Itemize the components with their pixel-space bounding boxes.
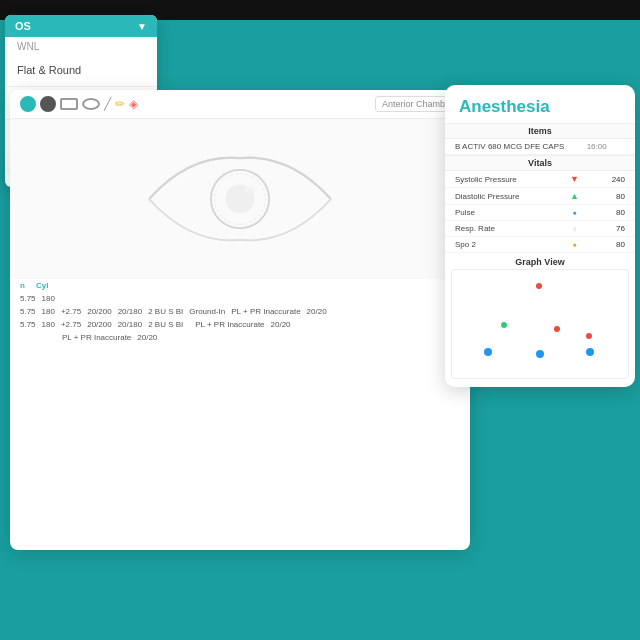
eye-svg — [140, 139, 340, 259]
anesthesia-item: B ACTIV 680 MCG DFE CAPS 16:00 — [445, 139, 635, 155]
orange-circle-icon: ● — [561, 241, 588, 248]
main-panel: ╱ ✏ ◈ Anterior Chamber n Cyl 5.75 1 — [10, 90, 470, 550]
eraser-tool[interactable]: ◈ — [129, 97, 138, 111]
vital-value: 80 — [588, 240, 625, 249]
color-picker-dark[interactable] — [40, 96, 56, 112]
whl-label-1: WNL — [5, 37, 157, 54]
vital-label: Pulse — [455, 208, 561, 217]
graph-area — [451, 269, 629, 379]
vital-value: 240 — [588, 175, 625, 184]
vital-value: 76 — [588, 224, 625, 233]
chevron-down-icon: ▼ — [137, 21, 147, 32]
down-arrow-icon: ▼ — [561, 174, 588, 184]
table-row: PL + PR Inaccurate 20/20 — [16, 331, 464, 344]
left-panel-header[interactable]: OS ▼ — [5, 15, 157, 37]
graph-section-header: Graph View — [445, 253, 635, 269]
eye-illustration-area — [10, 119, 470, 279]
table-row: 5.75 180 — [16, 292, 464, 305]
table-row: 5.75 180 +2.75 20/200 20/180 2 BU S BI P… — [16, 318, 464, 331]
graph-dot-4 — [586, 333, 592, 339]
graph-dot-6 — [536, 350, 544, 358]
color-picker-green[interactable] — [20, 96, 36, 112]
list-item: Flat & Round — [5, 54, 157, 87]
vital-label: Spo 2 — [455, 240, 561, 249]
vital-value: 80 — [588, 192, 625, 201]
ellipse-tool[interactable] — [82, 98, 100, 110]
graph-dot-2 — [501, 322, 507, 328]
bottom-bar — [0, 590, 640, 640]
item-label: B ACTIV 680 MCG DFE CAPS — [455, 142, 568, 151]
filled-circle-icon: ● — [561, 209, 588, 216]
graph-dot-7 — [586, 348, 594, 356]
vital-value: 80 — [588, 208, 625, 217]
anesthesia-title: Anesthesia — [445, 85, 635, 123]
data-section: n Cyl 5.75 180 5.75 180 +2.75 20/200 20/… — [10, 279, 470, 344]
line-tool[interactable]: ╱ — [104, 97, 111, 111]
vital-label: Systolic Pressure — [455, 175, 561, 184]
vital-diastolic: Diastolic Pressure ▲ 80 — [445, 188, 635, 205]
left-panel-title: OS — [15, 20, 31, 32]
graph-dot-3 — [554, 326, 560, 332]
vital-pulse: Pulse ● 80 — [445, 205, 635, 221]
item-time: 16:00 — [568, 142, 625, 151]
up-arrow-icon: ▲ — [561, 191, 588, 201]
rectangle-tool[interactable] — [60, 98, 78, 110]
main-toolbar: ╱ ✏ ◈ Anterior Chamber — [10, 90, 470, 119]
anesthesia-panel: Anesthesia Items B ACTIV 680 MCG DFE CAP… — [445, 85, 635, 387]
hollow-circle-icon: ○ — [561, 225, 588, 232]
vital-spo2: Spo 2 ● 80 — [445, 237, 635, 253]
graph-dot-1 — [536, 283, 542, 289]
vital-label: Diastolic Pressure — [455, 192, 561, 201]
graph-dot-5 — [484, 348, 492, 356]
table-row: 5.75 180 +2.75 20/200 20/180 2 BU S BI G… — [16, 305, 464, 318]
refraction-title: n Cyl — [16, 279, 464, 292]
vital-label: Resp. Rate — [455, 224, 561, 233]
vital-systolic: Systolic Pressure ▼ 240 — [445, 171, 635, 188]
items-section-header: Items — [445, 123, 635, 139]
vitals-section-header: Vitals — [445, 155, 635, 171]
pencil-tool[interactable]: ✏ — [115, 97, 125, 111]
vital-resp-rate: Resp. Rate ○ 76 — [445, 221, 635, 237]
svg-point-3 — [244, 186, 255, 193]
